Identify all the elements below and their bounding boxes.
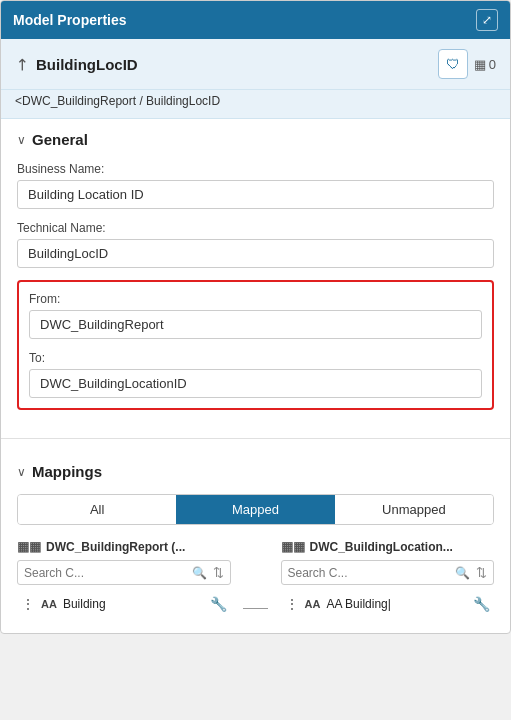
tab-mapped[interactable]: Mapped (176, 495, 334, 524)
breadcrumb-parent-link[interactable]: <DWC_BuildingReport (15, 94, 139, 108)
entity-type-icon: ↗ (10, 53, 33, 76)
breadcrumb-parent-text: <DWC_BuildingReport (15, 94, 136, 108)
to-field-group: To: (29, 351, 482, 398)
right-sort-icon[interactable]: ⇅ (476, 565, 487, 580)
business-name-input[interactable] (17, 180, 494, 209)
left-search-input[interactable] (24, 566, 188, 580)
mappings-chevron[interactable]: ∨ (17, 465, 26, 479)
general-section-header: ∨ General (17, 131, 494, 148)
tab-all[interactable]: All (18, 495, 176, 524)
shield-button[interactable]: 🛡 (438, 49, 468, 79)
mappings-section: ∨ Mappings All Mapped Unmapped ▦▦ DWC_Bu… (1, 451, 510, 633)
right-search-input[interactable] (288, 566, 452, 580)
mappings-section-header: ∨ Mappings (17, 463, 494, 480)
breadcrumb: <DWC_BuildingReport / BuildingLocID (1, 90, 510, 119)
mappings-title: Mappings (32, 463, 102, 480)
from-field-group: From: (29, 292, 482, 339)
tab-unmapped[interactable]: Unmapped (335, 495, 493, 524)
model-properties-panel: Model Properties ⤢ ↗ BuildingLocID 🛡 ▦ 0… (0, 0, 511, 634)
general-section: ∨ General Business Name: Technical Name:… (1, 119, 510, 434)
technical-name-field-group: Technical Name: (17, 221, 494, 268)
right-col-icon: ▦▦ (281, 539, 305, 554)
business-name-field-group: Business Name: (17, 162, 494, 209)
left-search-row: 🔍 ⇅ (17, 560, 231, 585)
mapping-tab-bar: All Mapped Unmapped (17, 494, 494, 525)
from-input[interactable] (29, 310, 482, 339)
business-name-label: Business Name: (17, 162, 494, 176)
right-col-header: ▦▦ DWC_BuildingLocation... (281, 539, 495, 554)
technical-name-label: Technical Name: (17, 221, 494, 235)
mapping-right-col: ▦▦ DWC_BuildingLocation... 🔍 ⇅ ⋮ AA AA B… (281, 539, 495, 617)
right-kebab-icon[interactable]: ⋮ (285, 596, 299, 612)
left-aa-badge: AA (41, 598, 57, 610)
left-col-title: DWC_BuildingReport (... (46, 540, 185, 554)
panel-header: Model Properties ⤢ (1, 1, 510, 39)
right-aa-badge: AA (305, 598, 321, 610)
count-value: 0 (489, 57, 496, 72)
general-title: General (32, 131, 88, 148)
count-button[interactable]: ▦ 0 (474, 57, 496, 72)
right-search-icon: 🔍 (455, 566, 470, 580)
technical-name-input[interactable] (17, 239, 494, 268)
right-mapping-item: ⋮ AA AA Building| 🔧 (281, 591, 495, 617)
entity-actions: 🛡 ▦ 0 (438, 49, 496, 79)
from-label: From: (29, 292, 482, 306)
left-item-action-icon[interactable]: 🔧 (210, 596, 227, 612)
left-mapping-item: ⋮ AA Building 🔧 (17, 591, 231, 617)
section-divider (1, 438, 510, 439)
expand-icon: ⤢ (482, 13, 492, 27)
entity-name-group: ↗ BuildingLocID (15, 55, 138, 74)
to-input[interactable] (29, 369, 482, 398)
left-sort-icon[interactable]: ⇅ (213, 565, 224, 580)
entity-row: ↗ BuildingLocID 🛡 ▦ 0 (1, 39, 510, 90)
connector-line (243, 608, 268, 609)
entity-name: BuildingLocID (36, 56, 138, 73)
grid-icon: ▦ (474, 57, 486, 72)
from-to-box: From: To: (17, 280, 494, 410)
left-kebab-icon[interactable]: ⋮ (21, 596, 35, 612)
mapping-left-col: ▦▦ DWC_BuildingReport (... 🔍 ⇅ ⋮ AA Buil… (17, 539, 231, 617)
connector-area (241, 539, 271, 617)
mapping-columns: ▦▦ DWC_BuildingReport (... 🔍 ⇅ ⋮ AA Buil… (17, 539, 494, 617)
shield-icon: 🛡 (446, 56, 460, 72)
panel-title: Model Properties (13, 12, 127, 28)
right-item-action-icon[interactable]: 🔧 (473, 596, 490, 612)
general-chevron[interactable]: ∨ (17, 133, 26, 147)
expand-button[interactable]: ⤢ (476, 9, 498, 31)
left-search-icon: 🔍 (192, 566, 207, 580)
right-search-row: 🔍 ⇅ (281, 560, 495, 585)
left-col-icon: ▦▦ (17, 539, 41, 554)
left-item-label: Building (63, 597, 204, 611)
left-col-header: ▦▦ DWC_BuildingReport (... (17, 539, 231, 554)
breadcrumb-current: BuildingLocID (146, 94, 220, 108)
right-item-label: AA Building| (326, 597, 467, 611)
to-label: To: (29, 351, 482, 365)
right-col-title: DWC_BuildingLocation... (310, 540, 453, 554)
